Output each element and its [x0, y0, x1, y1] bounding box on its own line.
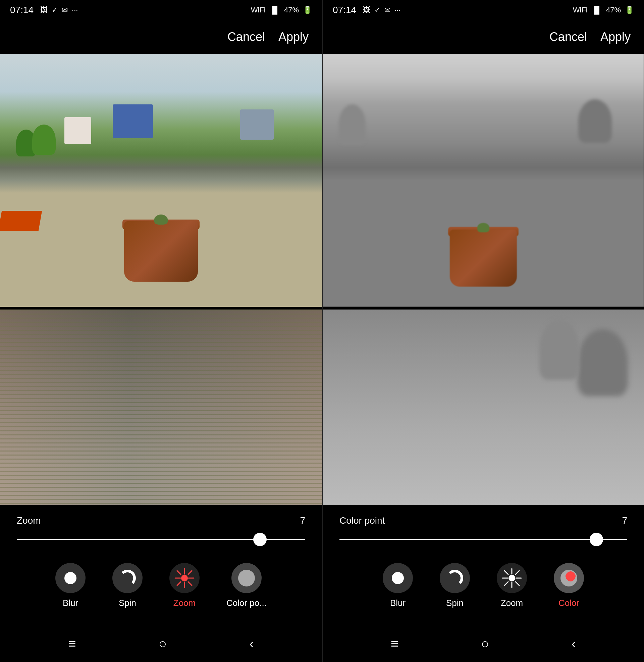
image-area-right: [323, 54, 644, 505]
email-icon-right: ✉: [384, 6, 390, 15]
battery-icon-left: 🔋: [303, 6, 312, 15]
controls-area-right: Color point 7 Blur Spin: [323, 505, 644, 625]
slider-value-right: 7: [622, 515, 627, 526]
blur-dot: [64, 572, 76, 584]
status-right-left: WiFi ▐▌ 47% 🔋: [251, 6, 312, 15]
status-icons-left: 🖼 ✓ ✉ ···: [40, 6, 78, 15]
more-icon-left: ···: [72, 6, 78, 15]
zoom-icon-right[interactable]: [497, 563, 527, 593]
cactus-body-left: [154, 215, 168, 225]
photo-top-color: [0, 54, 322, 307]
status-right-right: WiFi ▐▌ 47% 🔋: [573, 6, 634, 15]
filter-zoom-right[interactable]: Zoom: [497, 563, 527, 608]
top-bar-left: Cancel Apply: [0, 20, 322, 54]
tree2: [32, 125, 56, 155]
image-area-left: [0, 54, 322, 505]
check-icon-left: ✓: [52, 6, 58, 15]
slider-thumb-right[interactable]: [590, 533, 603, 546]
filter-colorpoint-right[interactable]: Color: [554, 563, 584, 608]
status-bar-left: 07:14 🖼 ✓ ✉ ··· WiFi ▐▌ 47% 🔋: [0, 0, 322, 20]
spin-label-right: Spin: [446, 598, 463, 608]
filter-blur-right[interactable]: Blur: [383, 563, 413, 608]
slider-value-left: 7: [300, 515, 305, 526]
left-panel: 07:14 🖼 ✓ ✉ ··· WiFi ▐▌ 47% 🔋 Cancel App…: [0, 0, 322, 662]
filter-blur-left[interactable]: Blur: [55, 563, 86, 608]
slider-container-left[interactable]: [17, 533, 305, 546]
bw-photo-bottom: [323, 310, 644, 505]
colorpoint-label-left: Color po...: [226, 598, 267, 608]
filter-zoom-left[interactable]: Zoom: [169, 563, 200, 608]
colorpoint-icon-right[interactable]: [554, 563, 584, 593]
filter-colorpoint-left[interactable]: Color po...: [226, 563, 267, 608]
cancel-button-left[interactable]: Cancel: [227, 30, 265, 44]
blur-dot-right: [392, 572, 404, 584]
blur-label-left: Blur: [63, 598, 78, 608]
menu-nav-right[interactable]: ≡: [391, 636, 398, 651]
slider-row-right: Color point 7: [340, 515, 627, 526]
photo-divider-left: [0, 307, 322, 310]
filter-spin-right[interactable]: Spin: [440, 563, 470, 608]
filter-row-left: Blur Spin: [17, 556, 305, 618]
back-nav-right[interactable]: ‹: [572, 636, 576, 651]
spin-arc: [119, 570, 136, 587]
colorpoint-icon-left[interactable]: [231, 563, 262, 593]
status-icons-right: 🖼 ✓ ✉ ···: [363, 6, 400, 15]
slider-container-right[interactable]: [340, 533, 627, 546]
svg-line-14: [515, 571, 519, 574]
more-icon-right: ···: [394, 6, 400, 15]
filter-spin-left[interactable]: Spin: [112, 563, 142, 608]
svg-line-6: [188, 571, 192, 574]
bw-tree1: [339, 104, 366, 145]
slider-track-right[interactable]: [340, 539, 627, 540]
battery-right: 47%: [606, 6, 621, 15]
signal-icon-left: ▐▌: [270, 6, 280, 15]
slider-label-left: Zoom: [17, 515, 41, 526]
pot-body-right: [450, 229, 517, 287]
building2: [113, 104, 153, 138]
status-time-left: 07:14: [10, 5, 33, 16]
bottom-nav-left: ≡ ○ ‹: [0, 625, 322, 662]
cactus-pot-right: [450, 223, 517, 287]
building3: [240, 109, 274, 140]
cactus-pot-left: [124, 215, 198, 282]
bw-blur-trees2: [539, 319, 580, 380]
filter-row-right: Blur Spin: [340, 556, 627, 618]
status-time-right: 07:14: [333, 5, 356, 16]
home-nav-right[interactable]: ○: [481, 636, 489, 651]
battery-icon-right: 🔋: [625, 6, 634, 15]
right-panel: 07:14 🖼 ✓ ✉ ··· WiFi ▐▌ 47% 🔋 Cancel App…: [322, 0, 644, 662]
colorpoint-circle-right: [560, 570, 577, 587]
svg-line-15: [504, 582, 508, 586]
status-bar-right: 07:14 🖼 ✓ ✉ ··· WiFi ▐▌ 47% 🔋: [323, 0, 644, 20]
cactus-body-right: [477, 223, 489, 232]
slider-thumb-left[interactable]: [253, 533, 267, 546]
bw-photo-top: [323, 54, 644, 307]
back-nav-left[interactable]: ‹: [249, 636, 254, 651]
zoom-lines-h: [0, 310, 322, 505]
apply-button-left[interactable]: Apply: [278, 30, 308, 44]
top-bar-right: Cancel Apply: [323, 20, 644, 54]
slider-track-left[interactable]: [17, 539, 305, 540]
menu-nav-left[interactable]: ≡: [68, 636, 76, 651]
email-icon-left: ✉: [62, 6, 68, 15]
blur-icon-right[interactable]: [383, 563, 413, 593]
spin-arc-right: [446, 570, 463, 587]
bottom-nav-right: ≡ ○ ‹: [323, 625, 644, 662]
pot-body-left: [124, 221, 198, 282]
battery-left: 47%: [284, 6, 299, 15]
photo-divider-right: [323, 307, 644, 310]
apply-button-right[interactable]: Apply: [600, 30, 630, 44]
blur-icon-left[interactable]: [55, 563, 86, 593]
home-nav-left[interactable]: ○: [159, 636, 167, 651]
red-roof: [0, 211, 42, 231]
cancel-button-right[interactable]: Cancel: [549, 30, 587, 44]
spin-icon-left[interactable]: [112, 563, 142, 593]
blur-label-right: Blur: [390, 598, 406, 608]
check-icon-right: ✓: [374, 6, 381, 15]
svg-line-7: [177, 582, 181, 586]
sunburst-center-right: [508, 575, 515, 581]
zoom-blur-photo: [0, 310, 322, 505]
zoom-icon-left[interactable]: [169, 563, 200, 593]
slider-label-right: Color point: [340, 515, 385, 526]
spin-icon-right[interactable]: [440, 563, 470, 593]
